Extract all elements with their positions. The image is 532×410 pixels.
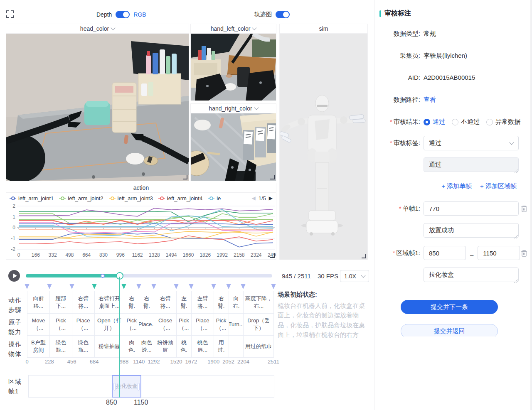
play-button[interactable] — [8, 270, 20, 282]
region-start-input[interactable] — [424, 246, 466, 260]
submit-return-button[interactable]: 提交并返回 — [401, 324, 498, 336]
segment-step-cell[interactable]: 腰部下... — [50, 291, 72, 314]
segment-step-cell[interactable]: 高度下降，右... — [244, 291, 274, 314]
hand-left-camera-header[interactable]: hand_left_color — [191, 24, 276, 34]
sim-header[interactable]: sim — [280, 24, 367, 34]
legend-item[interactable]: left_arm_joint4 — [158, 195, 202, 201]
segment-object-cell[interactable]: 桃色唇... — [192, 336, 214, 358]
segment-step-cell[interactable]: 左臂将... — [192, 291, 214, 314]
segment-step-cell[interactable]: 右臂. — [214, 291, 229, 314]
single-frame-desc[interactable] — [424, 223, 519, 238]
segment-step-cell[interactable]: 向右. — [229, 291, 244, 314]
timeline-marker-icon[interactable] — [189, 284, 194, 289]
timeline-axis: 0228456684988114012921520167219002052220… — [27, 358, 273, 365]
segment-step-cell[interactable]: 左臂. — [177, 291, 192, 314]
speed-select[interactable]: 1.0X — [340, 270, 369, 282]
resize-handle-icon[interactable] — [183, 175, 187, 179]
segment-object-cell[interactable]: 肉色透... — [139, 336, 154, 358]
region-frame-block[interactable]: 拉化妆盒 — [112, 375, 141, 398]
scene-description: 梳妆台在机器人前，化妆盒在桌面上，化妆盒的侧边摆放着物品，化妆品，护肤品盒垃圾在… — [278, 301, 371, 339]
segment-skill-cell[interactable]: Place.. — [139, 314, 154, 336]
progress-slider[interactable] — [26, 274, 272, 277]
segment-object-cell[interactable]: 肉色. — [124, 336, 139, 358]
segment-skill-cell[interactable]: Turn... — [229, 314, 244, 336]
radio-icon[interactable] — [452, 119, 458, 125]
head-camera-header[interactable]: head_color — [6, 24, 189, 34]
action-line-chart[interactable]: 210-1-2016633249866483099611621328149416… — [6, 204, 276, 260]
region-end-input[interactable] — [478, 246, 520, 260]
segment-object-cell[interactable]: 用过的纸巾 — [244, 336, 274, 358]
single-frame-input[interactable] — [424, 201, 519, 216]
resize-handle-icon[interactable] — [270, 253, 275, 258]
review-tag-note[interactable] — [424, 157, 519, 172]
hand-right-camera-header[interactable]: hand_right_color — [191, 104, 276, 113]
playhead-line[interactable] — [119, 277, 120, 398]
segment-step-cell[interactable]: 右臂. — [139, 291, 154, 314]
radio-icon[interactable] — [486, 119, 493, 125]
segment-step-cell[interactable]: 右臂将... — [154, 291, 177, 314]
legend-next-icon[interactable]: ▶ — [269, 195, 273, 201]
review-tag-select[interactable]: 通过 — [424, 136, 519, 150]
review-result-option[interactable]: 异常数据 — [486, 118, 520, 126]
segment-skill-cell[interactable]: Drop（丢下） — [244, 314, 274, 336]
segment-object-cell[interactable]: 桃色. — [177, 336, 192, 358]
data-path-view-link[interactable]: 查看 — [424, 96, 436, 104]
segment-skill-cell[interactable]: Move（... — [27, 314, 50, 336]
segment-skill-cell[interactable]: Place（... — [192, 314, 214, 336]
review-result-option[interactable]: 不通过 — [452, 118, 480, 126]
review-tag-label: *审核标签: — [374, 136, 420, 147]
fullscreen-icon[interactable] — [6, 10, 14, 18]
timeline-marker-icon[interactable] — [271, 284, 276, 289]
trash-icon[interactable] — [521, 205, 527, 213]
segment-object-cell[interactable]: 用过. — [214, 336, 229, 358]
segment-skill-cell[interactable]: Place（... — [72, 314, 95, 336]
single-frame-marker[interactable] — [101, 274, 105, 278]
legend-prev-icon[interactable]: ◀ — [251, 195, 255, 201]
region-left-handle[interactable] — [113, 383, 116, 390]
depth-rgb-switch[interactable] — [116, 11, 130, 18]
segment-step-cell[interactable]: 右臂. — [124, 291, 139, 314]
review-result-option[interactable]: 通过 — [424, 118, 445, 126]
timeline-marker-icon[interactable] — [25, 284, 30, 289]
region-frame-track[interactable]: 拉化妆盒 — [28, 375, 274, 398]
timeline-marker-icon[interactable] — [211, 284, 216, 289]
segment-skill-cell[interactable]: Pick（... — [50, 314, 72, 336]
segment-object-cell[interactable]: 绿色瓶... — [50, 336, 72, 358]
play-icon — [13, 273, 17, 278]
legend-item[interactable]: left_arm_joint1 — [10, 195, 54, 201]
segment-step-cell[interactable]: 右臂将... — [72, 291, 95, 314]
radio-label: 不通过 — [461, 118, 480, 126]
segment-step-cell[interactable]: 向前移... — [27, 291, 50, 314]
segment-skill-cell[interactable]: Close（... — [154, 314, 177, 336]
timeline-marker-icon[interactable] — [92, 284, 97, 289]
timeline-marker-icon[interactable] — [69, 284, 74, 289]
timeline-marker-icon[interactable] — [241, 284, 246, 289]
hand-right-camera-panel: hand_right_color — [190, 103, 276, 181]
segment-object-cell[interactable]: 粉饼抽屉 — [154, 336, 177, 358]
legend-item[interactable]: left_arm_joint3 — [109, 195, 153, 201]
segment-object-cell[interactable]: 绿色瓶... — [72, 336, 95, 358]
segment-skill-cell[interactable]: Pick（... — [177, 314, 192, 336]
region-right-handle[interactable] — [138, 383, 140, 390]
timeline-marker-icon[interactable] — [174, 284, 179, 289]
region-frame-desc[interactable] — [424, 268, 519, 282]
add-single-frame-link[interactable]: + 添加单帧 — [441, 182, 472, 190]
trash-icon[interactable] — [521, 250, 527, 257]
timeline-marker-icon[interactable] — [151, 284, 156, 289]
timeline-marker-icon[interactable] — [47, 284, 52, 289]
radio-icon[interactable] — [424, 119, 430, 125]
legend-item[interactable]: left_arm_joint2 — [59, 195, 103, 201]
timeline-marker-icon[interactable] — [121, 284, 126, 289]
resize-handle-icon[interactable] — [362, 254, 366, 258]
segment-skill-cell[interactable]: Pick（... — [214, 314, 229, 336]
segment-object-cell[interactable] — [229, 336, 244, 358]
add-region-frame-link[interactable]: + 添加区域帧 — [480, 182, 517, 190]
timeline-marker-icon[interactable] — [136, 284, 141, 289]
segment-object-cell[interactable]: B户型房间 — [27, 336, 50, 358]
legend-item[interactable]: le — [208, 195, 221, 201]
trajectory-switch[interactable] — [276, 11, 290, 18]
submit-next-button[interactable]: 提交并下一条 — [401, 300, 498, 314]
timeline-marker-icon[interactable] — [226, 284, 231, 289]
segment-skill-cell[interactable]: Pick（... — [124, 314, 139, 336]
resize-handle-icon[interactable] — [270, 175, 275, 179]
